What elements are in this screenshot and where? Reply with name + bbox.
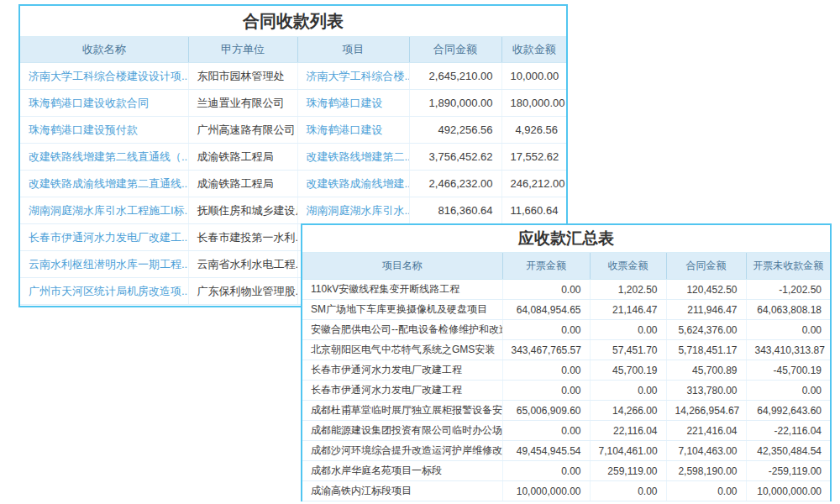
receipt-amount-cell: 0.00 — [590, 381, 666, 401]
contract-amount-cell: 313,780.00 — [666, 381, 746, 401]
party-unit-cell: 广东保利物业管理股... — [188, 278, 297, 305]
payment-name-cell-link[interactable]: 湖南洞庭湖水库引水工程施工I标... — [29, 204, 188, 217]
receipt-amount-cell: 7,104,461.00 — [590, 441, 666, 461]
payment-name-cell-link[interactable]: 云南水利枢纽潜明水库一期工程... — [29, 258, 188, 270]
project-cell-link[interactable]: 改建铁路成渝线增建... — [307, 177, 410, 190]
party-unit-cell: 成渝铁路工程局 — [188, 171, 297, 197]
contract-amount-cell: 816,360.64 — [409, 197, 501, 224]
contract-amount-cell: 45,700.89 — [666, 360, 746, 381]
receipt-amount-cell: 21,146.47 — [590, 300, 666, 320]
payment-name-cell: 改建铁路线增建第二线直通线（... — [20, 144, 188, 171]
project-name-cell: 长春市伊通河水力发电厂改建工程 — [302, 360, 502, 381]
invoiced-amount-cell: 0.00 — [502, 320, 590, 340]
column-header-contract-amount: 合同金额 — [666, 253, 746, 280]
invoiced-amount-cell: 49,454,945.54 — [502, 441, 590, 461]
column-header-invoiced-amount: 开票金额 — [502, 253, 590, 280]
payment-name-cell: 云南水利枢纽潜明水库一期工程... — [20, 251, 188, 278]
table-row: 成渝高铁内江标段项目10,000,000.000.000.0010,000,00… — [302, 481, 830, 501]
contract-amount-cell: 2,598,190.00 — [666, 461, 746, 481]
contract-amount-cell: 221,416.04 — [666, 421, 746, 441]
payment-name-cell: 改建铁路成渝线增建第二直通线... — [20, 171, 188, 197]
payment-name-cell-link[interactable]: 长春市伊通河水力发电厂改建工... — [29, 231, 188, 244]
contract-amount-cell: 120,452.50 — [666, 280, 746, 300]
invoiced-unpaid-amount-cell: 64,992,643.60 — [746, 401, 830, 421]
contract-amount-cell: 3,756,452.62 — [409, 144, 501, 171]
receivable-table-header-row: 项目名称 开票金额 收票金额 合同金额 开票未收款金额 — [302, 253, 830, 280]
receivables-summary-table: 项目名称 开票金额 收票金额 合同金额 开票未收款金额 110kV安徽线程集变开… — [302, 253, 830, 501]
invoiced-amount-cell: 0.00 — [502, 461, 590, 481]
column-header-project: 项目 — [297, 37, 409, 63]
received-amount-cell: 11,660.64 — [501, 197, 566, 224]
invoiced-amount-cell: 0.00 — [502, 421, 590, 441]
invoiced-unpaid-amount-cell: 0.00 — [746, 320, 830, 340]
project-cell: 改建铁路成渝线增建... — [297, 171, 409, 197]
contract-amount-cell: 14,266,954.67 — [666, 401, 746, 421]
payment-name-cell-link[interactable]: 改建铁路线增建第二线直通线（... — [29, 150, 188, 163]
project-cell-link[interactable]: 改建铁路线增建第二... — [307, 150, 410, 163]
invoiced-amount-cell: 65,006,909.60 — [502, 401, 590, 421]
invoiced-amount-cell: 0.00 — [502, 381, 590, 401]
invoiced-unpaid-amount-cell: -1,202.50 — [746, 280, 830, 300]
project-cell-link[interactable]: 湖南洞庭湖水库引水... — [307, 204, 410, 217]
project-name-cell: 北京朝阳区电气中芯特气系统之GMS安装 — [302, 340, 502, 360]
party-unit-cell: 抚顺住房和城乡建设局 — [188, 197, 297, 224]
column-header-receipt-amount: 收票金额 — [590, 253, 666, 280]
invoiced-unpaid-amount-cell: -45,700.19 — [746, 360, 830, 381]
party-unit-cell: 成渝铁路工程局 — [188, 144, 297, 171]
table-row: 珠海鹤港口建设收款合同兰迪置业有限公司珠海鹤港口建设1,890,000.0018… — [20, 90, 566, 117]
payment-name-cell-link[interactable]: 珠海鹤港口建设收款合同 — [29, 97, 149, 109]
table-row: 珠海鹤港口建设预付款广州高速路有限公司珠海鹤港口建设492,256.564,92… — [20, 117, 566, 144]
invoiced-amount-cell: 10,000,000.00 — [502, 481, 590, 501]
receipt-amount-cell: 57,451.70 — [590, 340, 666, 360]
receipt-amount-cell: 22,116.04 — [590, 421, 666, 441]
party-unit-cell: 东阳市园林管理处 — [188, 63, 297, 90]
project-cell: 改建铁路线增建第二... — [297, 144, 409, 171]
table-row: 成都杜甫草堂临时展厅独立展柜报警设备安装...65,006,909.6014,2… — [302, 401, 830, 421]
table-row: 改建铁路成渝线增建第二直通线...成渝铁路工程局改建铁路成渝线增建...2,46… — [20, 171, 566, 197]
project-name-cell: 长春市伊通河水力发电厂改建工程 — [302, 381, 502, 401]
payment-name-cell-link[interactable]: 珠海鹤港口建设预付款 — [29, 123, 138, 136]
party-unit-cell: 长春市建投第一水利... — [188, 224, 297, 251]
invoiced-unpaid-amount-cell: -22,116.04 — [746, 421, 830, 441]
receivable-table-body: 110kV安徽线程集变开断线路工程0.001,202.50120,452.50-… — [302, 280, 830, 501]
invoiced-unpaid-amount-cell: 0.00 — [746, 381, 830, 401]
payment-name-cell-link[interactable]: 广州市天河区统计局机房改造项... — [29, 285, 188, 297]
project-name-cell: 成都水岸华庭名苑项目一标段 — [302, 461, 502, 481]
payment-name-cell-link[interactable]: 济南大学工科综合楼建设设计项... — [29, 70, 188, 82]
contract-amount-cell: 211,946.47 — [666, 300, 746, 320]
table-row: SM广场地下车库更换摄像机及硬盘项目64,084,954.6521,146.47… — [302, 300, 830, 320]
project-cell-link[interactable]: 济南大学工科综合楼... — [307, 70, 410, 82]
receipt-amount-cell: 1,202.50 — [590, 280, 666, 300]
table-row: 安徽合肥供电公司--配电设备检修维护和改造0.000.005,624,376.0… — [302, 320, 830, 340]
column-header-payment-name: 收款名称 — [20, 37, 188, 63]
receivable-table-title: 应收款汇总表 — [302, 225, 830, 253]
project-name-cell: 成都杜甫草堂临时展厅独立展柜报警设备安装... — [302, 401, 502, 421]
payment-name-cell: 珠海鹤港口建设收款合同 — [20, 90, 188, 117]
table-row: 湖南洞庭湖水库引水工程施工I标...抚顺住房和城乡建设局湖南洞庭湖水库引水...… — [20, 197, 566, 224]
invoiced-unpaid-amount-cell: 42,350,484.54 — [746, 441, 830, 461]
received-amount-cell: 17,552.62 — [501, 144, 566, 171]
column-header-party-unit: 甲方单位 — [188, 37, 297, 63]
contract-amount-cell: 492,256.56 — [409, 117, 501, 144]
received-amount-cell: 246,212.00 — [501, 171, 566, 197]
project-cell-link[interactable]: 珠海鹤港口建设 — [307, 97, 383, 109]
project-cell: 湖南洞庭湖水库引水... — [297, 197, 409, 224]
contract-amount-cell: 7,104,463.00 — [666, 441, 746, 461]
project-cell-link[interactable]: 珠海鹤港口建设 — [307, 123, 383, 136]
receivables-summary-card: 应收款汇总表 项目名称 开票金额 收票金额 合同金额 开票未收款金额 110kV… — [301, 223, 832, 501]
contract-amount-cell: 5,624,376.00 — [666, 320, 746, 340]
column-header-received-amount: 收款金额 — [501, 37, 566, 63]
table-row: 济南大学工科综合楼建设设计项...东阳市园林管理处济南大学工科综合楼...2,6… — [20, 63, 566, 90]
invoiced-amount-cell: 343,467,765.57 — [502, 340, 590, 360]
project-name-cell: 成都能源建设集团投资有限公司临时办公场所... — [302, 421, 502, 441]
invoiced-unpaid-amount-cell: -259,119.00 — [746, 461, 830, 481]
invoiced-amount-cell: 0.00 — [502, 360, 590, 381]
project-cell: 济南大学工科综合楼... — [297, 63, 409, 90]
payment-name-cell-link[interactable]: 改建铁路成渝线增建第二直通线... — [29, 177, 188, 190]
contract-amount-cell: 2,645,210.00 — [409, 63, 501, 90]
receipt-amount-cell: 45,700.19 — [590, 360, 666, 381]
project-name-cell: 成都沙河环境综合提升改造运河护岸维修改造 — [302, 441, 502, 461]
contract-amount-cell: 2,466,232.00 — [409, 171, 501, 197]
receipt-amount-cell: 14,266.00 — [590, 401, 666, 421]
contract-amount-cell: 1,890,000.00 — [409, 90, 501, 117]
